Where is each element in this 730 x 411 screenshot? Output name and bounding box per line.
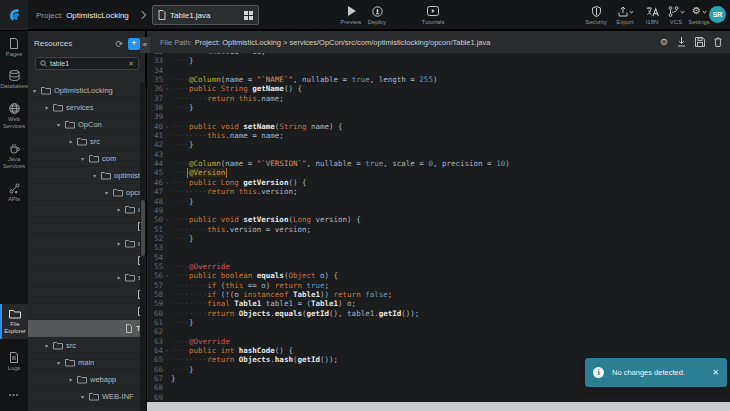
code-text: ····public int hashCode() { xyxy=(171,346,730,355)
tree-item-t[interactable]: T xyxy=(28,252,140,269)
vcs-branch-icon xyxy=(668,6,679,17)
fold-marker[interactable]: - xyxy=(163,178,171,187)
line-number: 58 xyxy=(147,290,163,299)
tree-item-t[interactable]: T xyxy=(28,286,140,303)
delete-trash-icon[interactable] xyxy=(714,37,722,47)
tree-item-opcon[interactable]: ▾OpCon xyxy=(28,116,140,133)
tree-item-main[interactable]: ▾main xyxy=(28,354,140,371)
caret-down-icon[interactable]: ▾ xyxy=(57,359,65,366)
code-line: 56-····public boolean equals(Object o) { xyxy=(147,271,730,280)
tutorials-button[interactable]: Tutorials xyxy=(418,5,448,25)
deploy-button[interactable]: Deploy xyxy=(362,5,392,25)
download-icon[interactable] xyxy=(677,37,686,47)
clear-search-icon[interactable]: ✕ xyxy=(128,60,134,68)
code-text xyxy=(171,150,730,159)
collapse-panel-button[interactable]: « xyxy=(140,37,150,53)
fold-marker xyxy=(163,253,171,262)
line-number: 50 xyxy=(147,215,163,224)
resources-title: Resources xyxy=(34,39,115,48)
code-line: 52····} xyxy=(147,234,730,243)
tree-item-src[interactable]: ▾src xyxy=(28,337,140,354)
caret-down-icon[interactable]: ▾ xyxy=(117,206,125,213)
file-path-bar: File Path: Project: OptimisticLocking > … xyxy=(147,31,730,53)
avatar[interactable]: SR xyxy=(709,6,726,23)
line-number: 66 xyxy=(147,365,163,374)
tree-item-optimisticlocking[interactable]: ▾OptimisticLocking xyxy=(28,82,140,99)
tree-item-optimisticlocking[interactable]: ▾optimisticlocking xyxy=(28,167,140,184)
tree-item-services[interactable]: ▾services xyxy=(28,99,140,116)
tab-table1-java[interactable]: Table1.java xyxy=(152,5,259,25)
layout-grid-icon[interactable] xyxy=(244,11,253,20)
tree-item-table1-java[interactable]: Table1.java xyxy=(28,320,140,337)
code-line: 46-····public Long getVersion() { xyxy=(147,178,730,187)
caret-down-icon[interactable]: ▾ xyxy=(45,104,53,111)
app-logo[interactable] xyxy=(0,0,28,30)
sidebar-item-file-explorer[interactable]: File Explorer xyxy=(0,304,28,339)
resource-search[interactable]: table1 ✕ xyxy=(35,57,139,70)
code-text xyxy=(171,253,730,262)
tutorials-video-icon xyxy=(427,6,439,16)
code-text: ········return this.name; xyxy=(171,94,730,103)
caret-down-icon[interactable]: ▾ xyxy=(81,393,89,400)
security-button[interactable]: Security xyxy=(581,5,611,25)
fold-marker[interactable]: - xyxy=(163,122,171,131)
code-text: ····@Version xyxy=(171,168,730,177)
tree-item-t[interactable]: T xyxy=(28,303,140,320)
line-number: 39 xyxy=(147,112,163,121)
fold-marker[interactable]: - xyxy=(163,215,171,224)
sidebar-item-java-services[interactable]: Java Services xyxy=(0,143,28,169)
tree-item-dao[interactable]: ▾dao xyxy=(28,235,140,252)
code-line: 43 xyxy=(147,150,730,159)
caret-down-icon[interactable]: ▾ xyxy=(69,376,77,383)
sidebar-item-apis[interactable]: APIs xyxy=(0,183,28,203)
logo-icon xyxy=(6,7,22,23)
tree-scrollbar[interactable] xyxy=(140,82,146,411)
fold-marker[interactable]: - xyxy=(163,346,171,355)
fold-marker xyxy=(163,393,171,402)
tree-item-com[interactable]: ▾com xyxy=(28,150,140,167)
save-icon[interactable] xyxy=(695,37,705,47)
tree-item-t[interactable]: T xyxy=(28,218,140,235)
add-resource-button[interactable]: + xyxy=(128,38,140,50)
tree-item-opcon[interactable]: ▾opcon xyxy=(28,184,140,201)
sidebar-item-pages[interactable]: Pages xyxy=(0,38,28,58)
toast-close-icon[interactable]: ✕ xyxy=(712,368,719,377)
editor-horizontal-scrollbar[interactable] xyxy=(147,402,730,411)
caret-down-icon[interactable]: ▾ xyxy=(57,121,65,128)
caret-down-icon[interactable]: ▾ xyxy=(93,172,101,179)
tree-item-web-inf[interactable]: ▾WEB-INF xyxy=(28,388,140,405)
fold-marker[interactable]: - xyxy=(163,271,171,280)
tree-item-label: OptimisticLocking xyxy=(54,86,113,95)
code-editor[interactable]: 32········this.id = id;33····}3435····@C… xyxy=(147,53,730,402)
caret-down-icon[interactable]: ▾ xyxy=(117,274,125,281)
more-options-button[interactable]: ••• xyxy=(0,391,28,398)
caret-down-icon[interactable]: ▾ xyxy=(81,155,89,162)
code-text: ········return Objects.equals(getId(), t… xyxy=(171,309,730,318)
tree-item-label: optimisticlocking xyxy=(114,171,140,180)
sidebar-item-databases[interactable]: Databases xyxy=(0,70,28,90)
fold-marker[interactable]: - xyxy=(163,84,171,93)
refresh-icon[interactable]: ⟳ xyxy=(115,39,123,49)
caret-down-icon[interactable]: ▾ xyxy=(69,138,77,145)
tree-item-controller[interactable]: ▾controller xyxy=(28,201,140,218)
caret-down-icon[interactable]: ▾ xyxy=(45,342,53,349)
code-line: 38····} xyxy=(147,103,730,112)
search-input[interactable]: table1 xyxy=(50,60,128,67)
tree-item-src[interactable]: ▾src xyxy=(28,133,140,150)
fold-marker xyxy=(163,131,171,140)
code-text xyxy=(171,327,730,336)
sidebar-item-web-services[interactable]: Web Services xyxy=(0,103,28,129)
export-button[interactable]: Export xyxy=(610,5,640,25)
sidebar-item-logs[interactable]: Logs xyxy=(0,352,28,372)
tree-scrollbar-thumb[interactable] xyxy=(141,200,145,256)
caret-down-icon[interactable]: ▾ xyxy=(105,189,113,196)
code-line: 44····@Column(name = "`VERSION`", nullab… xyxy=(147,159,730,168)
tree-item-service[interactable]: ▾service xyxy=(28,269,140,286)
editor-settings-gear-icon[interactable]: ⚙ xyxy=(660,37,668,47)
web-services-globe-icon xyxy=(9,103,20,114)
tree-item-webapp[interactable]: ▾webapp xyxy=(28,371,140,388)
caret-down-icon[interactable]: ▾ xyxy=(117,240,125,247)
code-text: ····public void setVersion(Long version)… xyxy=(171,215,730,224)
caret-down-icon[interactable]: ▾ xyxy=(33,87,41,94)
code-text xyxy=(171,66,730,75)
